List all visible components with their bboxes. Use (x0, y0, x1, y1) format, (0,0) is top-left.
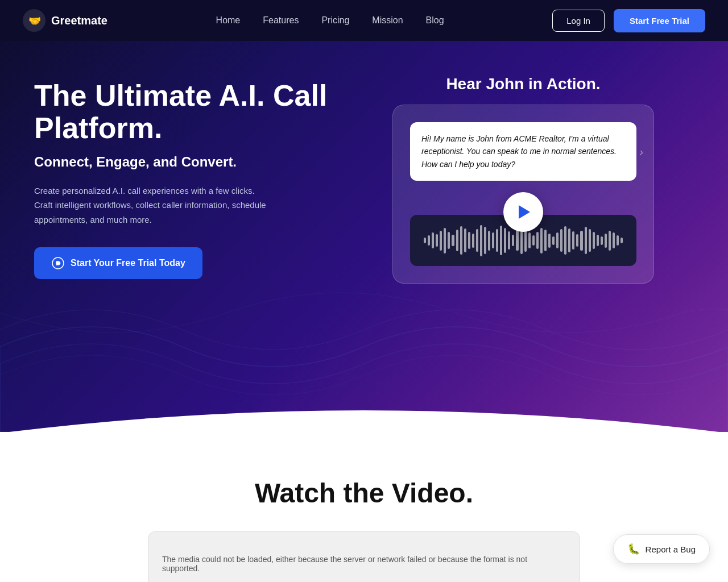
play-button-wrapper (410, 192, 636, 232)
start-free-trial-button[interactable]: Start Free Trial (614, 9, 705, 32)
nav-home[interactable]: Home (216, 15, 241, 25)
report-bug-label: Report a Bug (646, 544, 696, 554)
hero-content: The Ultimate A.I. Call Platform. Connect… (0, 41, 728, 306)
nav-mission[interactable]: Mission (372, 15, 403, 25)
chat-bubble: Hi! My name is John from ACME Realtor, I… (410, 122, 636, 181)
hero-title: The Ultimate A.I. Call Platform. (34, 80, 330, 144)
nav-blog[interactable]: Blog (426, 15, 444, 25)
play-button[interactable] (503, 192, 543, 232)
video-error-text: The media could not be loaded, either be… (162, 555, 527, 573)
trial-icon (51, 256, 65, 270)
hero-cta-label: Start Your Free Trial Today (71, 258, 185, 268)
logo-area: 🤝 Greetmate (23, 9, 107, 32)
hero-left: The Ultimate A.I. Call Platform. Connect… (34, 80, 330, 279)
demo-card: Hi! My name is John from ACME Realtor, I… (392, 105, 654, 284)
nav-actions: Log In Start Free Trial (552, 9, 705, 32)
nav-links: Home Features Pricing Mission Blog (216, 15, 444, 26)
hero-section: The Ultimate A.I. Call Platform. Connect… (0, 0, 728, 432)
video-error: The media could not be loaded, either be… (148, 532, 580, 582)
hero-right: Hear John in Action. Hi! My name is John… (364, 75, 682, 284)
navbar: 🤝 Greetmate Home Features Pricing Missio… (0, 0, 728, 41)
report-bug-button[interactable]: 🐛 Report a Bug (613, 534, 710, 564)
hero-subtitle: Connect, Engage, and Convert. (34, 154, 330, 170)
play-icon (519, 205, 530, 219)
logo-icon: 🤝 (23, 9, 46, 32)
watch-video-title: Watch the Video. (23, 477, 705, 509)
hear-john-title: Hear John in Action. (446, 75, 600, 93)
video-placeholder: The media could not be loaded, either be… (148, 531, 580, 582)
bug-icon: 🐛 (627, 543, 640, 555)
hero-curve (0, 388, 728, 432)
hero-cta-button[interactable]: Start Your Free Trial Today (34, 247, 202, 279)
hero-description: Create personalized A.I. call experience… (34, 184, 330, 227)
svg-text:🤝: 🤝 (28, 15, 42, 27)
brand-name: Greetmate (51, 14, 107, 27)
nav-pricing[interactable]: Pricing (321, 15, 349, 25)
login-button[interactable]: Log In (552, 10, 605, 32)
nav-features[interactable]: Features (263, 15, 299, 25)
